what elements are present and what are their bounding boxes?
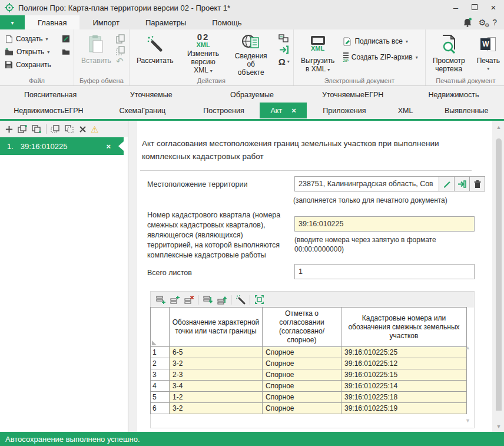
parcel-cell[interactable]: 39:16:010225:12 <box>341 358 467 369</box>
folder-icon[interactable] <box>62 48 70 55</box>
row-number-cell[interactable]: 3 <box>151 369 170 381</box>
parcel-cell[interactable]: 39:16:010225:19 <box>341 403 467 414</box>
doc-tab-xml[interactable]: XML <box>382 103 429 118</box>
edit-document-icon[interactable] <box>62 35 70 43</box>
change-xml-version-button[interactable]: 02 XML Изменить версию XML ▾ <box>182 32 225 76</box>
create-button[interactable]: Создать ▾ <box>5 32 70 45</box>
sign-all-button[interactable]: Подписать все ▾ <box>343 35 417 48</box>
point-cell[interactable]: 3-2 <box>170 358 263 369</box>
close-button[interactable]: × <box>484 0 503 14</box>
parcel-cell[interactable]: 39:16:010225:14 <box>341 381 467 392</box>
parcel-cell[interactable]: 39:16:010225:15 <box>341 369 467 381</box>
export-xml-button[interactable]: XML Выгрузить в XML ▾ <box>299 32 337 76</box>
doc-tab-nedvizhimost-egrn[interactable]: НедвижимостьЕГРН <box>0 103 97 118</box>
clear-location-button[interactable] <box>469 176 485 191</box>
row-number-cell[interactable]: 2 <box>151 358 170 369</box>
settings-gear-icon[interactable]: ⚙⚙ <box>479 18 486 27</box>
save-button[interactable]: Сохранить <box>5 58 70 71</box>
maximize-button[interactable] <box>465 0 484 14</box>
menu-tab-pomoshch[interactable]: Помощь <box>199 15 254 29</box>
point-cell[interactable]: 3-4 <box>170 381 263 392</box>
point-cell[interactable]: 1-2 <box>170 392 263 403</box>
point-cell[interactable]: 2-3 <box>170 369 263 381</box>
print-button[interactable]: W Печать ▾ <box>475 32 502 76</box>
scroll-up-icon[interactable]: ▲ <box>493 124 504 130</box>
doc-tab-shema-granic[interactable]: СхемаГраниц <box>97 103 188 118</box>
menu-tab-import[interactable]: Импорт <box>79 15 132 29</box>
omega-button[interactable]: Ω ▾ <box>278 57 290 67</box>
minimize-button[interactable]: – <box>446 0 465 14</box>
app-menu-button[interactable]: ▾ <box>0 15 25 29</box>
import-arrow-icon[interactable] <box>278 45 290 54</box>
object-info-button[interactable]: Сведения об объекте <box>231 32 271 76</box>
point-column-header[interactable]: Обозначение характерной точки или части … <box>170 308 263 347</box>
add-item-icon[interactable] <box>5 125 14 134</box>
main-scrollbar[interactable]: ▲ ▼ <box>493 121 504 432</box>
doc-tab-prilozheniya[interactable]: Приложения <box>307 103 382 118</box>
row-number-cell[interactable]: 4 <box>151 381 170 392</box>
expand-table-icon[interactable] <box>254 295 264 305</box>
warning-icon[interactable]: ⚠ <box>91 125 98 134</box>
status-cell[interactable]: Спорное <box>263 369 341 381</box>
doc-tab-vyyavlennye[interactable]: Выявленные <box>429 103 504 118</box>
sheets-input[interactable] <box>294 264 475 279</box>
doc-tab-postroeniya[interactable]: Построения <box>188 103 260 118</box>
menu-tab-glavnaya[interactable]: Главная <box>25 15 79 29</box>
doc-tab-utochnyaemye-egrn[interactable]: УточняемыеЕГРН <box>303 87 403 103</box>
undo-icon[interactable]: ↶ <box>116 58 125 65</box>
row-number-header[interactable] <box>151 308 170 347</box>
calculate-button[interactable]: Рассчитать <box>134 32 176 76</box>
status-cell[interactable]: Спорное <box>263 403 341 414</box>
autofill-wand-icon[interactable] <box>236 295 246 305</box>
row-number-cell[interactable]: 6 <box>151 403 170 414</box>
delete-row-icon[interactable] <box>184 295 194 305</box>
copy-fragment-icon[interactable] <box>116 46 125 55</box>
open-button[interactable]: Открыть ▾ <box>5 45 70 58</box>
parcel-cell[interactable]: 39:16:010225:18 <box>341 392 467 403</box>
location-input[interactable] <box>294 176 439 191</box>
insert-location-button[interactable] <box>454 176 470 191</box>
add-row-icon[interactable] <box>155 295 165 305</box>
row-number-cell[interactable]: 1 <box>151 347 170 358</box>
edit-location-button[interactable] <box>439 176 455 191</box>
row-number-cell[interactable]: 5 <box>151 392 170 403</box>
point-cell[interactable]: 6-5 <box>170 347 263 358</box>
status-cell[interactable]: Спорное <box>263 347 341 358</box>
parcel-column-header[interactable]: Кадастровые номера или обозначения смежн… <box>341 308 467 347</box>
close-icon[interactable]: × <box>291 106 296 115</box>
status-cell[interactable]: Спорное <box>263 392 341 403</box>
paste-special-icon[interactable] <box>65 124 75 134</box>
point-cell[interactable]: 3-2 <box>170 403 263 414</box>
status-cell[interactable]: Спорное <box>263 358 341 369</box>
help-icon[interactable]: ? <box>492 18 497 27</box>
doc-tab-utochnyaemye[interactable]: Уточняемые <box>101 87 201 103</box>
notifications-bell-icon[interactable] <box>463 18 472 27</box>
doc-tab-obrazuemye[interactable]: Образуемые <box>201 87 302 103</box>
insert-row-icon[interactable] <box>170 295 180 305</box>
preview-drawing-button[interactable]: Просмотр чертежа <box>430 32 467 76</box>
sidebar-item-quarter[interactable]: 1. 39:16:010225 × <box>0 137 124 155</box>
duplicate-child-icon[interactable] <box>32 124 42 134</box>
create-zip-button[interactable]: ZIP Создать ZIP-архив ▾ <box>343 51 417 64</box>
copy-icon[interactable] <box>116 34 125 44</box>
delete-item-icon[interactable] <box>79 125 87 133</box>
move-row-down-icon[interactable] <box>203 295 213 305</box>
duplicate-item-icon[interactable] <box>18 124 28 134</box>
quarter-input[interactable] <box>294 216 475 232</box>
scroll-down-icon[interactable]: ▼ <box>493 424 504 430</box>
move-row-up-icon[interactable] <box>217 295 227 305</box>
menu-tab-parametry[interactable]: Параметры <box>132 15 199 29</box>
parcel-cell[interactable]: 39:16:010225:25 <box>341 347 467 358</box>
close-icon[interactable]: × <box>106 142 111 151</box>
table-scroll-up-icon[interactable]: ▲ <box>465 345 470 351</box>
linked-objects-icon[interactable] <box>278 34 290 43</box>
scrollbar-thumb[interactable] <box>496 138 502 411</box>
doc-tab-nedvizhimost[interactable]: Недвижимость <box>403 87 504 103</box>
table-scroll-down-icon[interactable]: ▼ <box>465 418 470 424</box>
status-cell[interactable]: Спорное <box>263 381 341 392</box>
doc-tab-poyasnitelnaya[interactable]: Пояснительная <box>0 87 101 103</box>
status-column-header[interactable]: Отметка о согласовании (согласовано/спор… <box>263 308 341 347</box>
paste-fragment-icon[interactable] <box>51 124 61 134</box>
doc-tab-akt-active[interactable]: Акт × <box>260 103 307 118</box>
paste-button[interactable]: Вставить <box>79 32 114 76</box>
